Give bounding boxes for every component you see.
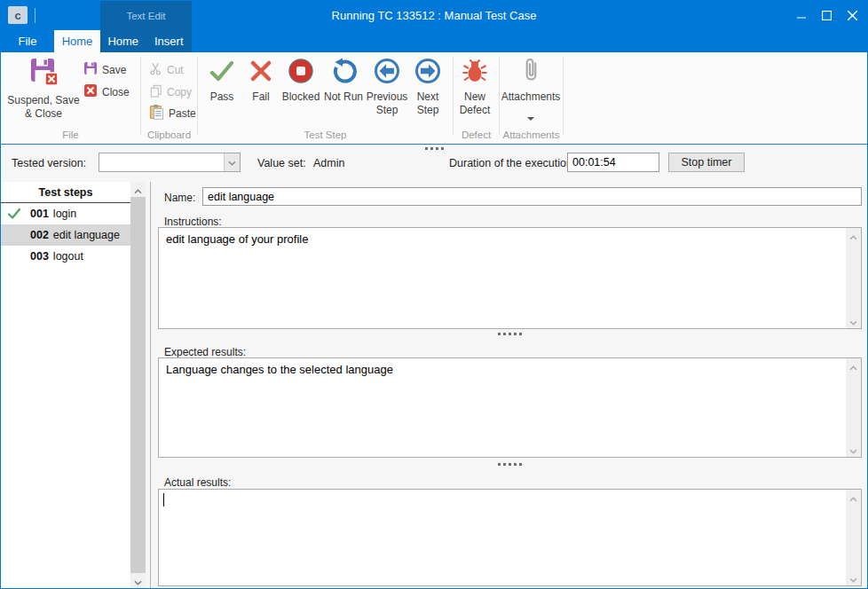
pass-label: Pass <box>210 90 234 103</box>
chevron-down-icon <box>228 156 236 169</box>
chevron-down-icon <box>849 570 857 586</box>
app-window: Text Edit c Running TC 133512 : Manual T… <box>0 0 868 589</box>
new-defect-button[interactable]: New Defect <box>452 58 498 116</box>
step-number: 003 <box>30 250 49 263</box>
tab-contextual-insert[interactable]: Insert <box>146 30 193 52</box>
next-step-button[interactable]: Next Step <box>407 58 448 116</box>
value-set-label: Value set: <box>257 157 306 169</box>
name-label: Name: <box>164 192 195 204</box>
instructions-textarea[interactable]: edit language of your profile <box>159 228 846 328</box>
steps-scrollbar[interactable] <box>130 182 146 588</box>
chevron-up-icon <box>849 228 857 244</box>
close-window-icon <box>848 8 857 24</box>
paste-button[interactable]: Paste <box>149 105 196 122</box>
app-icon-glyph: c <box>14 9 20 22</box>
chevron-down-icon <box>134 573 142 589</box>
blocked-icon <box>288 58 314 87</box>
scroll-down-button[interactable] <box>846 442 861 457</box>
blocked-label: Blocked <box>282 90 320 103</box>
scroll-down-button[interactable] <box>846 313 861 328</box>
save-icon <box>83 61 98 78</box>
scroll-down-button[interactable] <box>130 573 146 588</box>
chevron-down-icon <box>849 313 857 329</box>
actual-results-textbox <box>158 489 862 586</box>
copy-button[interactable]: Copy <box>149 83 192 100</box>
panel-divider[interactable] <box>150 182 151 588</box>
actual-results-scrollbar[interactable] <box>846 490 861 585</box>
instructions-scrollbar[interactable] <box>846 228 861 328</box>
next-step-label-line2: Step <box>417 104 439 116</box>
step-number: 002 <box>30 229 49 241</box>
stop-timer-button[interactable]: Stop timer <box>668 153 745 172</box>
next-step-icon <box>414 58 441 87</box>
attachments-icon <box>521 56 541 87</box>
close-window-button[interactable] <box>840 1 865 30</box>
duration-label: Duration of the execution: <box>449 157 575 169</box>
actual-results-textarea[interactable] <box>159 490 846 585</box>
pass-button[interactable]: Pass <box>201 58 242 104</box>
scroll-up-button[interactable] <box>846 490 861 505</box>
paste-icon <box>149 104 164 122</box>
fail-button[interactable]: Fail <box>241 58 281 104</box>
tab-home-selected[interactable]: Home <box>54 30 100 52</box>
expected-results-textbox: Language changes to the selected languag… <box>158 357 862 458</box>
chevron-up-icon <box>849 490 857 506</box>
app-icon[interactable]: c <box>8 6 28 24</box>
minimize-button[interactable] <box>788 1 814 30</box>
scroll-up-button[interactable] <box>130 182 146 197</box>
expected-results-label: Expected results: <box>164 346 246 358</box>
close-button[interactable]: Close <box>83 83 130 100</box>
copy-label: Copy <box>167 86 192 98</box>
expected-results-scrollbar[interactable] <box>846 358 861 457</box>
combobox-dropdown-button[interactable] <box>224 153 240 171</box>
step-row-003[interactable]: 003 logout <box>1 246 130 267</box>
step-row-002-selected[interactable]: 002 edit language <box>1 224 130 246</box>
copy-icon <box>149 84 162 100</box>
group-separator <box>563 57 564 135</box>
tested-version-combobox[interactable] <box>99 153 241 172</box>
save-button[interactable]: Save <box>83 61 126 78</box>
previous-step-icon <box>374 58 400 87</box>
contextual-tab-group-title: Text Edit <box>126 11 165 21</box>
quick-access-separator <box>35 8 36 23</box>
scroll-up-button[interactable] <box>846 228 861 243</box>
tested-version-label: Tested version: <box>12 157 86 169</box>
maximize-button[interactable] <box>814 1 840 30</box>
expected-results-textarea[interactable]: Language changes to the selected languag… <box>159 358 846 457</box>
scrollbar-thumb[interactable] <box>130 197 146 573</box>
previous-step-button[interactable]: Previous Step <box>365 58 409 116</box>
suspend-save-close-button[interactable]: Suspend, Save & Close <box>4 56 83 120</box>
pass-icon <box>209 58 235 87</box>
attachments-button[interactable]: Attachments <box>498 56 564 123</box>
attachments-label: Attachments <box>501 90 561 103</box>
contextual-tab-group-header: Text Edit <box>100 1 192 30</box>
cut-button[interactable]: Cut <box>149 61 184 78</box>
step-label: login <box>53 208 76 220</box>
blocked-button[interactable]: Blocked <box>279 58 323 104</box>
not-run-label: Not Run <box>324 90 363 103</box>
tab-file[interactable]: File <box>8 30 47 52</box>
test-steps-panel: Test steps 001 login 002 edit language 0… <box>1 182 130 588</box>
splitter-grip-handle[interactable] <box>498 463 522 466</box>
new-defect-icon <box>462 58 488 87</box>
window-controls <box>788 1 865 30</box>
clipboard-group-label: Clipboard <box>141 130 197 140</box>
duration-input[interactable] <box>567 153 659 172</box>
not-run-button[interactable]: Not Run <box>320 58 367 104</box>
chevron-up-icon <box>134 182 142 198</box>
step-passed-check-icon <box>7 208 21 223</box>
fail-label: Fail <box>252 90 269 103</box>
file-group-label: File <box>1 130 140 140</box>
new-defect-label-line1: New <box>464 90 485 103</box>
step-row-001[interactable]: 001 login <box>1 203 130 224</box>
close-label: Close <box>102 86 130 98</box>
paste-label: Paste <box>169 107 196 120</box>
toolbar-grip-handle[interactable] <box>425 147 444 150</box>
next-step-label-line1: Next <box>417 90 439 103</box>
attachments-group-label: Attachments <box>500 130 563 140</box>
splitter-grip-handle[interactable] <box>498 333 522 335</box>
scroll-down-button[interactable] <box>846 570 861 585</box>
name-input[interactable] <box>202 187 862 206</box>
tab-contextual-home[interactable]: Home <box>100 30 146 52</box>
scroll-up-button[interactable] <box>846 358 861 373</box>
